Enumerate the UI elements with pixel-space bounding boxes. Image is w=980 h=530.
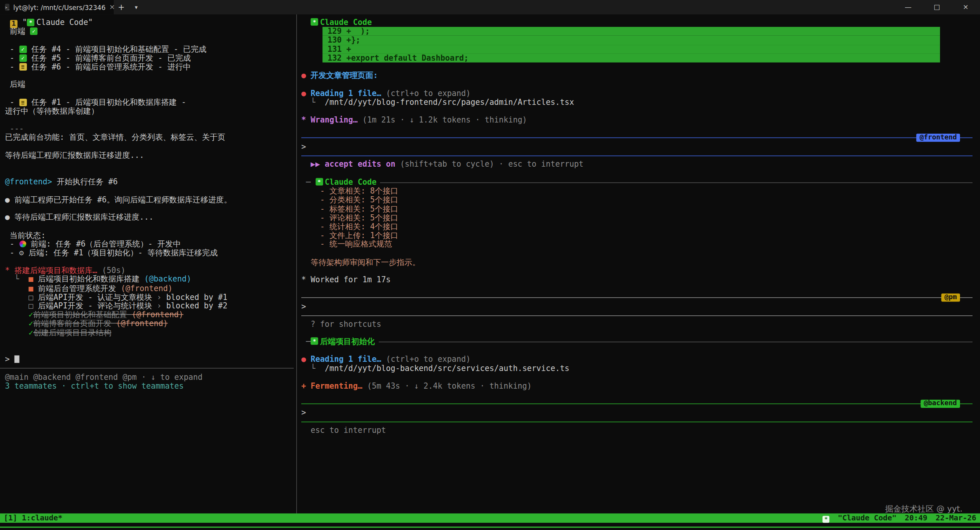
tab-title: lyt@lyt: /mnt/c/Users/32346 [13,3,106,11]
text-segment: 创建后端项目目录结构 [33,328,111,337]
terminal-row: + Fermenting… (5m 43s · ↓ 2.4k tokens · … [301,382,974,391]
terminal-row: ■ 前端后台管理系统开发 (@frontend) [5,284,296,293]
text-segment: Claude Code" [37,18,93,27]
tmux-pane-backend[interactable]: ─*后端项目初始化● Reading 1 file… (ctrl+o to ex… [297,333,974,435]
terminal-row: 3 teammates · ctrl+t to show teammates [5,381,296,390]
terminal-row [5,204,296,213]
text-segment [5,292,28,301]
terminal-row [301,124,974,133]
text-segment: (@backend) [144,275,191,284]
text-segment: ● 等待后端工程师汇报数据库迁移进度... [5,212,153,222]
tmux-statusbar: [1] 1:claude* * "Claude Code" 20:49 22-M… [0,513,980,523]
terminal-row: ▶▶ accept edits on (shift+tab to cycle) … [301,160,974,169]
text-segment: - 统一响应格式规范 [301,239,392,248]
text-segment: 当前状态: [5,230,46,239]
terminal-row [5,71,296,80]
terminal-row: @backend [301,399,974,408]
terminal-row: ? for shortcuts [301,320,974,329]
text-segment: 进行中（等待数据库创建） [5,106,99,115]
chip-note-icon: ≡ [19,63,27,71]
statusbar-session: [1] 1:claude* [4,513,63,523]
terminal-tab[interactable]: >_ lyt@lyt: /mnt/c/Users/32346 × [0,0,114,14]
text-cursor [15,356,19,363]
tmux-pane-pm[interactable]: ─ *Claude Code - 文章相关: 8个接口 - 分类相关: 5个接口… [297,174,974,329]
terminal-row [5,142,296,151]
text-segment [5,319,28,328]
terminal-row: @pm [301,293,974,302]
terminal-row: * Wrangling… (1m 21s · ↓ 1.2k tokens · t… [301,116,974,124]
diff-added-line: 130 +}; [322,36,940,45]
statusbar-date: 22-Mar-26 [936,513,977,522]
close-button[interactable]: × [951,0,980,14]
text-segment: (ctrl+o to expand) [381,354,471,364]
text-segment: 等待后端工程师汇报数据库迁移进度... [5,151,144,160]
claude-spark-icon: * [311,18,318,26]
terminal-row: - 文件上传: 1个接口 [301,231,974,240]
tab-dropdown-icon[interactable]: ▾ [129,0,144,14]
pane-border-line [379,342,973,346]
new-tab-button[interactable]: + [114,0,129,14]
terminal-row: - 前端: 任务 #6（后台管理系统）- 开发中 [5,240,296,248]
watermark: 掘金技术社区 @ yyt. [885,504,962,515]
chip-spark-icon: * [27,19,35,26]
maximize-button[interactable]: □ [922,0,951,14]
pane-divider[interactable] [296,14,297,513]
terminal-row [5,222,296,231]
text-segment: 任务 #4 - 前端项目初始化和基础配置 - 已完成 [27,44,206,53]
terminal-row: ● Reading 1 file… (ctrl+o to expand) [301,89,974,98]
terminal-row: - 评论相关: 5个接口 [301,214,974,222]
terminal-row: ● 前端工程师已开始任务 #6。询问后端工程师数据库迁移进度。 [5,195,296,204]
window-bottom-accent [0,526,980,528]
text-segment: □ [28,292,33,301]
chip-check-icon: ✓ [19,45,27,53]
text-segment: > [301,407,311,417]
minimize-button[interactable]: — [894,0,923,14]
terminal-row: --- [5,124,296,133]
text-segment: ⚙ [19,248,24,257]
text-segment: 任务 #6 - 前端后台管理系统开发 - 进行中 [27,62,191,71]
text-segment: 前端: 任务 #6（后台管理系统）- 开发中 [26,239,181,248]
text-segment: ▶▶ accept edits on [301,159,395,169]
terminal-row: - 统计相关: 4个接口 [301,222,974,231]
text-segment: @main @backend @frontend @pm · ↓ to expa… [5,372,203,381]
terminal-row [301,267,974,275]
terminal-row: > [301,142,974,151]
text-segment: (5m 43s · ↓ 2.4k tokens · thinking) [367,381,532,390]
terminal-row [301,80,974,89]
text-segment: - [5,248,19,257]
text-segment: 开发文章管理页面: [306,71,378,80]
text-segment: › [157,292,166,301]
terminal-row [5,346,296,355]
text-segment: ● [301,71,306,80]
tmux-pane-frontend[interactable]: *Claude Code129 + );130 +};131 +132 +exp… [297,14,974,169]
terminal-row: - ✓ 任务 #5 - 前端博客前台页面开发 - 已完成 [5,53,296,62]
terminal-row [301,417,974,426]
agent-badge: @backend [921,400,960,407]
pane-border-dash [301,18,311,27]
text-segment: 后端: 任务 #1（项目初始化）- 等待数据库迁移完成 [24,248,218,257]
text-segment: - [5,97,19,106]
titlebar-spacer [144,0,894,14]
text-segment: - 分类相关: 5个接口 [301,195,398,204]
text-segment: Reading 1 file… [306,88,381,98]
terminal-row [301,63,974,71]
terminal-row: - 文章相关: 8个接口 [301,187,974,196]
terminal-row: 当前状态: [5,231,296,240]
claude-spark-icon: * [316,178,323,186]
terminal-row [301,151,974,160]
text-segment: ✓ [28,319,33,328]
terminal-row [5,36,296,45]
text-segment: - 统计相关: 4个接口 [301,222,398,231]
chip-note-icon: ≡ [19,98,27,106]
terminal-row: - 统一响应格式规范 [301,240,974,249]
diff-added-line: 129 + ); [322,27,940,36]
claude-spark-icon: * [311,337,318,345]
text-segment: (@frontend) [132,310,184,319]
tmux-pane-main[interactable]: 1 "*Claude Code" 前端 ✓ - ✓ 任务 #4 - 前端项目初始… [0,14,296,390]
terminal-row [5,169,296,177]
window-titlebar: >_ lyt@lyt: /mnt/c/Users/32346 × + ▾ — □… [0,0,980,14]
text-segment: 前端 [5,26,30,36]
terminal-row: 等待架构师审阅和下一步指示。 [301,258,974,267]
text-segment: ■ [28,275,33,284]
terminal-row: - ✓ 任务 #4 - 前端项目初始化和基础配置 - 已完成 [5,45,296,53]
